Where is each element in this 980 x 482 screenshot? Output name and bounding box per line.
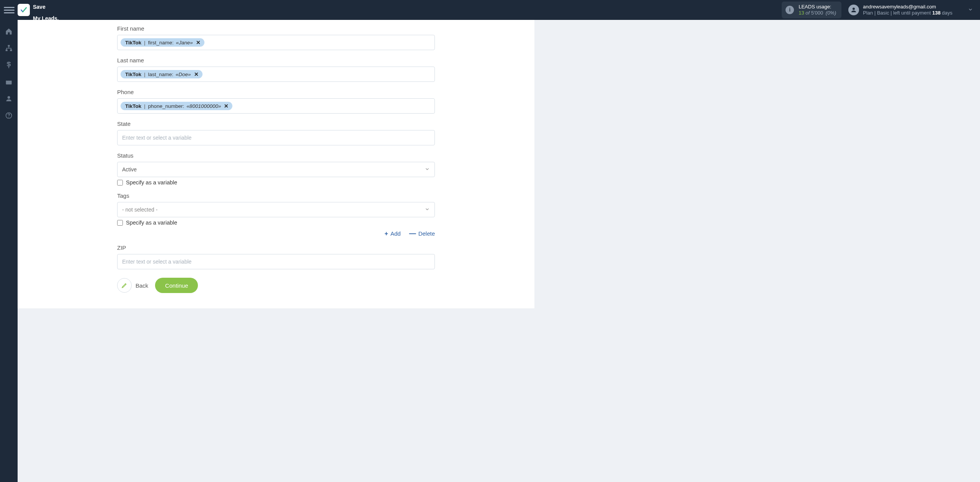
chip-remove-icon[interactable]: ✕ [196, 39, 201, 46]
usage-text: LEADS usage: 13 of 5'000 (0%) [799, 4, 836, 16]
user-icon [5, 95, 13, 103]
tags-specify-row[interactable]: Specify as a variable [117, 220, 435, 226]
field-last-name: Last name TikTok | last_name: «Doe» ✕ [117, 57, 435, 82]
status-select[interactable]: Active [117, 162, 435, 177]
chip-separator: | [144, 103, 145, 109]
sitemap-icon [5, 44, 13, 52]
usage-numbers: 13 of 5'000 (0%) [799, 10, 836, 16]
tags-specify-checkbox[interactable] [117, 220, 123, 226]
pencil-icon [117, 278, 132, 293]
tags-label: Tags [117, 192, 435, 199]
chip-source: TikTok [125, 40, 141, 46]
minus-icon: — [409, 230, 416, 238]
check-icon [20, 6, 28, 14]
sidebar-item-billing[interactable] [0, 57, 18, 73]
chip-remove-icon[interactable]: ✕ [224, 103, 229, 109]
svg-point-5 [8, 96, 10, 99]
hamburger-menu-button[interactable] [4, 5, 15, 15]
brand-line2: My Leads. [33, 15, 59, 21]
chip-sample: «8001000000» [186, 103, 221, 109]
first-name-label: First name [117, 25, 435, 32]
dollar-icon [5, 61, 13, 69]
sidebar-item-help[interactable] [0, 108, 18, 123]
last-name-label: Last name [117, 57, 435, 64]
tag-actions: + Add — Delete [117, 230, 435, 238]
form-footer: Back Continue [117, 278, 435, 293]
chevron-down-icon[interactable] [968, 7, 973, 13]
chip-field: first_name: [148, 40, 174, 46]
usage-badge[interactable]: i LEADS usage: 13 of 5'000 (0%) [782, 2, 841, 18]
add-tag-link[interactable]: + Add [385, 230, 401, 238]
sidebar-item-services[interactable] [0, 74, 18, 90]
svg-point-0 [853, 8, 855, 10]
brand-line1: Save [33, 4, 46, 10]
add-tag-label: Add [390, 230, 401, 237]
delete-tag-label: Delete [418, 230, 435, 237]
svg-rect-2 [6, 49, 8, 51]
chip-separator: | [144, 72, 145, 77]
usage-percent: (0%) [826, 10, 836, 16]
info-icon: i [786, 6, 794, 14]
svg-rect-3 [10, 49, 12, 51]
svg-rect-4 [6, 81, 12, 85]
sidebar-item-home[interactable] [0, 24, 18, 39]
plan-prefix: Plan | [863, 10, 875, 16]
phone-label: Phone [117, 89, 435, 95]
tags-value: - not selected - [122, 207, 158, 213]
status-label: Status [117, 152, 435, 159]
brand-name: Save My Leads. [33, 0, 59, 21]
status-specify-checkbox[interactable] [117, 180, 123, 186]
topbar: Save My Leads. i LEADS usage: 13 of 5'00… [0, 0, 980, 20]
field-status: Status Active Specify as a variable [117, 152, 435, 186]
chip-field: phone_number: [148, 103, 185, 109]
chevron-down-icon [425, 207, 430, 213]
chip-field: last_name: [148, 72, 173, 77]
help-icon [5, 112, 13, 119]
account-plan-line: Plan | Basic | left until payment 138 da… [863, 10, 952, 16]
account-email: andrewsavemyleads@gmail.com [863, 4, 952, 10]
plan-mid: | left until payment [890, 10, 931, 16]
plan-name: Basic [877, 10, 889, 16]
briefcase-icon [5, 78, 13, 86]
sidebar-item-integrations[interactable] [0, 41, 18, 56]
status-specify-label: Specify as a variable [126, 179, 177, 186]
status-value: Active [122, 166, 137, 173]
first-name-chip: TikTok | first_name: «Jane» ✕ [121, 38, 204, 47]
chip-sample: «Doe» [176, 72, 191, 77]
sidebar-item-account[interactable] [0, 91, 18, 106]
field-state: State [117, 120, 435, 145]
last-name-input[interactable]: TikTok | last_name: «Doe» ✕ [117, 67, 435, 82]
field-tags: Tags - not selected - Specify as a varia… [117, 192, 435, 238]
logo[interactable] [18, 4, 30, 16]
phone-input[interactable]: TikTok | phone_number: «8001000000» ✕ [117, 98, 435, 114]
home-icon [5, 28, 13, 35]
svg-rect-1 [8, 45, 10, 47]
sidebar [0, 20, 18, 482]
zip-input[interactable] [117, 254, 435, 269]
form-panel: First name TikTok | first_name: «Jane» ✕… [18, 20, 534, 308]
state-input[interactable] [117, 130, 435, 145]
chip-remove-icon[interactable]: ✕ [194, 71, 199, 77]
field-first-name: First name TikTok | first_name: «Jane» ✕ [117, 25, 435, 50]
plan-days-word: days [942, 10, 952, 16]
phone-chip: TikTok | phone_number: «8001000000» ✕ [121, 102, 232, 110]
tags-select[interactable]: - not selected - [117, 202, 435, 217]
field-phone: Phone TikTok | phone_number: «8001000000… [117, 89, 435, 114]
account-info: andrewsavemyleads@gmail.com Plan | Basic… [863, 4, 952, 16]
chevron-down-icon [425, 166, 430, 173]
account-block[interactable]: andrewsavemyleads@gmail.com Plan | Basic… [848, 4, 973, 16]
chip-source: TikTok [125, 72, 141, 77]
first-name-input[interactable]: TikTok | first_name: «Jane» ✕ [117, 35, 435, 50]
plus-icon: + [385, 230, 388, 237]
back-button[interactable]: Back [117, 278, 148, 293]
status-specify-row[interactable]: Specify as a variable [117, 179, 435, 186]
delete-tag-link[interactable]: — Delete [409, 230, 435, 238]
usage-label: LEADS usage: [799, 4, 836, 10]
usage-of: of [805, 10, 810, 16]
chip-source: TikTok [125, 103, 141, 109]
continue-button[interactable]: Continue [155, 278, 198, 293]
usage-total: 5'000 [811, 10, 823, 16]
svg-point-7 [8, 117, 9, 117]
chip-separator: | [144, 40, 145, 46]
state-label: State [117, 120, 435, 127]
